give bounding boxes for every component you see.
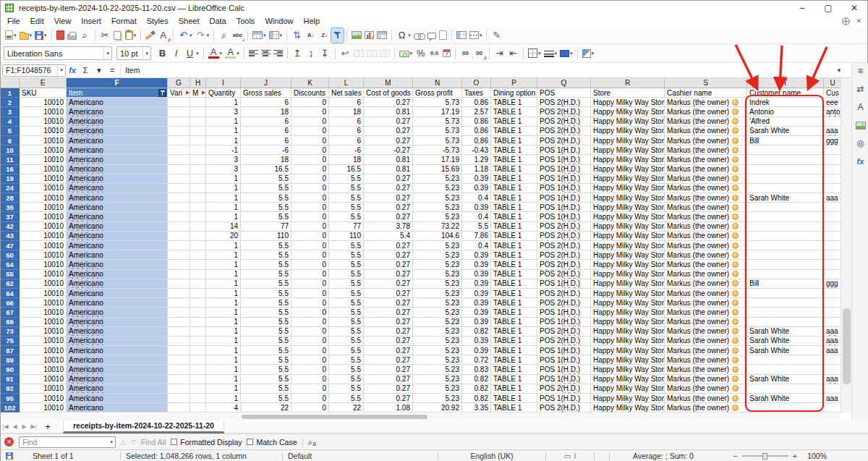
cell-R19[interactable]: Happy Milky Way Store [591, 174, 665, 184]
cell-E37[interactable]: 10010 [20, 212, 67, 221]
cell-H89[interactable] [190, 355, 206, 365]
cell-U35[interactable] [824, 203, 841, 212]
cell-J35[interactable]: 5.5 [241, 203, 292, 212]
align-center-button[interactable] [260, 46, 272, 61]
cell-O75[interactable]: 0.39 [462, 337, 491, 346]
cell-L92[interactable]: 5.5 [329, 384, 364, 394]
cell-H2[interactable] [190, 98, 206, 107]
cell-S28[interactable]: Markus (the owner) [665, 193, 747, 203]
cell-P16[interactable]: TABLE 1 [491, 165, 537, 174]
cell-O55[interactable]: 0.39 [462, 270, 491, 279]
cell-E2[interactable]: 10010 [20, 98, 67, 107]
print-button[interactable] [66, 28, 78, 43]
cell-E55[interactable]: 10010 [20, 270, 67, 279]
cell-E1[interactable]: SKU [20, 88, 67, 98]
cell-S6[interactable]: Markus (the owner) [665, 136, 747, 145]
cell-E11[interactable]: 10010 [20, 155, 67, 164]
cell-G62[interactable] [168, 279, 190, 289]
spelling-button[interactable]: abc✓ [231, 28, 244, 43]
cell-L37[interactable]: 5.5 [329, 212, 364, 221]
col-header-L[interactable]: L [329, 78, 364, 88]
cell-H10[interactable] [190, 145, 206, 155]
cell-F3[interactable]: Americano [67, 107, 168, 117]
row-header-67[interactable]: 67 [1, 308, 20, 317]
cell-O64[interactable]: 0.39 [462, 289, 491, 298]
close-find-bar-button[interactable]: ✕ [4, 437, 14, 447]
cell-J5[interactable]: 6 [241, 127, 292, 136]
cell-O2[interactable]: 0.86 [462, 98, 491, 107]
columns-button[interactable]: ▾ [268, 28, 284, 43]
cell-K4[interactable]: 0 [292, 117, 329, 127]
cell-N87[interactable]: 5.23 [413, 346, 462, 355]
cell-F75[interactable]: Americano [67, 337, 168, 346]
cell-J91[interactable]: 5.5 [241, 375, 292, 384]
row-header-43[interactable]: 43 [1, 232, 20, 241]
menu-file[interactable]: File [2, 17, 25, 25]
cell-P4[interactable]: TABLE 1 [491, 117, 537, 127]
cell-Q67[interactable]: POS 1 (H.D.) [537, 308, 591, 317]
menu-styles[interactable]: Styles [142, 17, 174, 25]
cell-M91[interactable]: 0.27 [364, 375, 413, 384]
cell-R92[interactable]: Happy Milky Way Store [591, 384, 665, 394]
increase-indent-button[interactable]: ⇥ [493, 46, 506, 61]
cell-T91[interactable]: Sarah White [747, 375, 824, 384]
cell-E5[interactable]: 10010 [20, 127, 67, 136]
cell-J1[interactable]: Gross sales [241, 88, 292, 98]
cell-R42[interactable]: Happy Milky Way Store [591, 222, 665, 232]
add-sheet-button[interactable]: + [41, 421, 54, 432]
cell-G47[interactable] [168, 241, 190, 250]
chevron-down-icon[interactable]: ▾ [30, 33, 33, 38]
cell-E89[interactable]: 10010 [20, 355, 67, 365]
cell-J6[interactable]: 6 [241, 136, 292, 145]
cell-O37[interactable]: 0.4 [462, 212, 491, 221]
cell-U102[interactable] [824, 403, 841, 413]
cell-F37[interactable]: Americano [67, 212, 168, 221]
cell-J11[interactable]: 18 [241, 155, 292, 164]
cell-K50[interactable]: 0 [292, 250, 329, 260]
row-header-62[interactable]: 62 [1, 279, 20, 289]
cell-S35[interactable]: Markus (the owner) [665, 203, 747, 212]
navigator-deck-button[interactable]: ◎ [854, 137, 868, 150]
cell-N19[interactable]: 5.23 [413, 174, 462, 184]
cell-O54[interactable]: 0.39 [462, 260, 491, 269]
cell-T67[interactable] [747, 308, 824, 317]
cell-Q5[interactable]: POS 2 (H.D.) [537, 127, 591, 136]
cell-T28[interactable]: Sarah White [747, 193, 824, 203]
cell-E24[interactable]: 10010 [20, 184, 67, 193]
row-header-10[interactable]: 10 [1, 145, 20, 155]
cell-K43[interactable]: 0 [292, 232, 329, 241]
checkbox-icon[interactable] [171, 439, 177, 445]
cell-T2[interactable]: Indrek [747, 98, 824, 107]
cell-L102[interactable]: 22 [329, 403, 364, 413]
cell-L54[interactable]: 5.5 [329, 260, 364, 269]
row-header-55[interactable]: 55 [1, 270, 20, 279]
cell-J19[interactable]: 5.5 [241, 174, 292, 184]
cell-M62[interactable]: 0.27 [364, 279, 413, 289]
cell-H19[interactable] [190, 174, 206, 184]
cell-N89[interactable]: 5.23 [413, 355, 462, 365]
cell-S11[interactable]: Markus (the owner) [665, 155, 747, 164]
cell-S62[interactable]: Markus (the owner) [665, 279, 747, 289]
cell-L89[interactable]: 5.5 [329, 355, 364, 365]
cell-H67[interactable] [190, 308, 206, 317]
first-sheet-button[interactable]: |◀ [1, 423, 10, 430]
zoom-slider-thumb[interactable] [762, 453, 767, 460]
chevron-down-icon[interactable]: ▾ [570, 51, 573, 56]
cell-R91[interactable]: Happy Milky Way Store [591, 375, 665, 384]
cell-M1[interactable]: Cost of goods [364, 88, 413, 98]
cell-S87[interactable]: Markus (the owner) [665, 346, 747, 355]
cell-R4[interactable]: Happy Milky Way Store [591, 117, 665, 127]
cell-H75[interactable] [190, 337, 206, 346]
cell-Q19[interactable]: POS 1 (H.D.) [537, 174, 591, 184]
cell-E73[interactable]: 10010 [20, 327, 67, 337]
zoom-slider[interactable] [742, 455, 788, 457]
cell-M16[interactable]: 0.81 [364, 165, 413, 174]
cell-F11[interactable]: Americano [67, 155, 168, 164]
cell-I1[interactable]: Quantity [206, 88, 241, 98]
cell-M4[interactable]: 0.27 [364, 117, 413, 127]
find-previous-button[interactable]: △ [121, 439, 126, 446]
col-header-O[interactable]: O [462, 78, 491, 88]
cell-R102[interactable]: Happy Milky Way Store [591, 403, 665, 413]
cell-O43[interactable]: 7.86 [462, 232, 491, 241]
cell-N90[interactable]: 5.23 [413, 365, 462, 374]
